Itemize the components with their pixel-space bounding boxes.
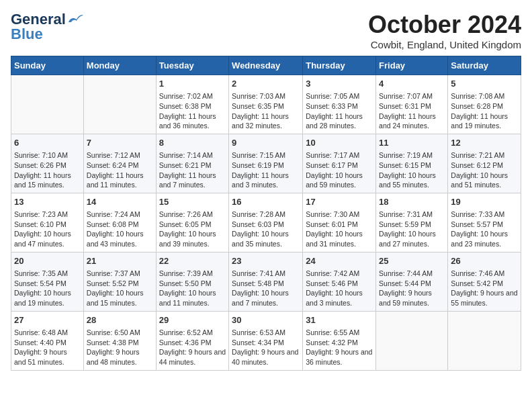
- sunrise-text: Sunrise: 7:35 AM: [14, 269, 68, 277]
- sunset-text: Sunset: 6:05 PM: [159, 220, 212, 228]
- sunset-text: Sunset: 6:17 PM: [306, 161, 358, 169]
- calendar-cell: 29Sunrise: 6:52 AMSunset: 4:36 PMDayligh…: [156, 311, 228, 370]
- sunrise-text: Sunrise: 7:08 AM: [451, 92, 504, 100]
- daylight-text: Daylight: 10 hours and 51 minutes.: [451, 171, 508, 189]
- calendar-cell: 23Sunrise: 7:41 AMSunset: 5:48 PMDayligh…: [229, 252, 303, 311]
- sunset-text: Sunset: 5:42 PM: [451, 279, 503, 287]
- calendar-cell: 8Sunrise: 7:14 AMSunset: 6:21 PMDaylight…: [156, 134, 228, 193]
- day-number: 5: [451, 78, 518, 90]
- calendar-cell: [448, 311, 521, 370]
- calendar-cell: 27Sunrise: 6:48 AMSunset: 4:40 PMDayligh…: [11, 311, 84, 370]
- daylight-text: Daylight: 11 hours and 15 minutes.: [14, 171, 71, 189]
- daylight-text: Daylight: 9 hours and 36 minutes.: [306, 348, 372, 366]
- calendar-cell: 12Sunrise: 7:21 AMSunset: 6:12 PMDayligh…: [448, 134, 521, 193]
- day-number: 21: [87, 255, 153, 267]
- calendar-cell: [11, 75, 84, 134]
- calendar-cell: 6Sunrise: 7:10 AMSunset: 6:26 PMDaylight…: [11, 134, 84, 193]
- calendar-cell: [83, 75, 156, 134]
- sunrise-text: Sunrise: 7:15 AM: [232, 151, 285, 159]
- daylight-text: Daylight: 10 hours and 3 minutes.: [306, 289, 363, 307]
- sunset-text: Sunset: 4:32 PM: [306, 338, 358, 347]
- title-area: October 2024 Cowbit, England, United Kin…: [368, 11, 521, 50]
- daylight-text: Daylight: 10 hours and 11 minutes.: [159, 289, 216, 307]
- day-number: 9: [232, 137, 300, 149]
- calendar-header-row: SundayMondayTuesdayWednesdayThursdayFrid…: [11, 56, 521, 75]
- daylight-text: Daylight: 9 hours and 59 minutes.: [379, 289, 432, 307]
- day-number: 18: [379, 196, 445, 208]
- calendar-cell: 5Sunrise: 7:08 AMSunset: 6:28 PMDaylight…: [448, 75, 521, 134]
- daylight-text: Daylight: 11 hours and 11 minutes.: [87, 171, 144, 189]
- daylight-text: Daylight: 11 hours and 36 minutes.: [159, 112, 216, 130]
- day-number: 1: [159, 78, 226, 90]
- calendar-cell: 21Sunrise: 7:37 AMSunset: 5:52 PMDayligh…: [83, 252, 156, 311]
- sunrise-text: Sunrise: 7:05 AM: [306, 92, 359, 100]
- sunset-text: Sunset: 6:28 PM: [451, 102, 503, 110]
- daylight-text: Daylight: 10 hours and 39 minutes.: [159, 230, 216, 248]
- sunset-text: Sunset: 6:10 PM: [14, 220, 66, 228]
- sunrise-text: Sunrise: 7:39 AM: [159, 269, 213, 277]
- sunrise-text: Sunrise: 6:50 AM: [87, 328, 140, 336]
- day-number: 28: [87, 314, 153, 326]
- location-subtitle: Cowbit, England, United Kingdom: [368, 39, 521, 50]
- day-number: 3: [306, 78, 373, 90]
- sunset-text: Sunset: 6:35 PM: [232, 102, 284, 110]
- calendar-cell: 9Sunrise: 7:15 AMSunset: 6:19 PMDaylight…: [229, 134, 303, 193]
- sunrise-text: Sunrise: 7:28 AM: [232, 210, 285, 218]
- sunset-text: Sunset: 4:38 PM: [87, 338, 139, 347]
- calendar-week-row: 27Sunrise: 6:48 AMSunset: 4:40 PMDayligh…: [11, 311, 521, 370]
- calendar-cell: 2Sunrise: 7:03 AMSunset: 6:35 PMDaylight…: [229, 75, 303, 134]
- daylight-text: Daylight: 10 hours and 7 minutes.: [232, 289, 289, 307]
- day-number: 4: [379, 78, 445, 90]
- day-number: 6: [14, 137, 81, 149]
- daylight-text: Daylight: 9 hours and 40 minutes.: [232, 348, 298, 366]
- day-number: 14: [87, 196, 153, 208]
- daylight-text: Daylight: 11 hours and 19 minutes.: [451, 112, 508, 130]
- sunset-text: Sunset: 4:34 PM: [232, 338, 284, 347]
- day-number: 10: [306, 137, 373, 149]
- calendar-cell: 16Sunrise: 7:28 AMSunset: 6:03 PMDayligh…: [229, 193, 303, 252]
- sunset-text: Sunset: 5:46 PM: [306, 279, 358, 287]
- calendar-cell: 25Sunrise: 7:44 AMSunset: 5:44 PMDayligh…: [376, 252, 448, 311]
- day-number: 22: [159, 255, 226, 267]
- day-number: 31: [306, 314, 373, 326]
- sunrise-text: Sunrise: 7:03 AM: [232, 92, 285, 100]
- sunrise-text: Sunrise: 7:23 AM: [14, 210, 68, 218]
- sunrise-text: Sunrise: 7:26 AM: [159, 210, 213, 218]
- daylight-text: Daylight: 9 hours and 48 minutes.: [87, 348, 140, 366]
- daylight-text: Daylight: 10 hours and 47 minutes.: [14, 230, 71, 248]
- col-header-monday: Monday: [83, 56, 156, 75]
- sunset-text: Sunset: 6:15 PM: [379, 161, 431, 169]
- sunrise-text: Sunrise: 7:44 AM: [379, 269, 433, 277]
- daylight-text: Daylight: 9 hours and 55 minutes.: [451, 289, 517, 307]
- day-number: 25: [379, 255, 445, 267]
- sunrise-text: Sunrise: 7:10 AM: [14, 151, 68, 159]
- day-number: 2: [232, 78, 300, 90]
- calendar-cell: 7Sunrise: 7:12 AMSunset: 6:24 PMDaylight…: [83, 134, 156, 193]
- day-number: 12: [451, 137, 518, 149]
- calendar-cell: 1Sunrise: 7:02 AMSunset: 6:38 PMDaylight…: [156, 75, 228, 134]
- sunset-text: Sunset: 5:48 PM: [232, 279, 284, 287]
- daylight-text: Daylight: 11 hours and 28 minutes.: [306, 112, 363, 130]
- daylight-text: Daylight: 9 hours and 44 minutes.: [159, 348, 226, 366]
- sunrise-text: Sunrise: 7:31 AM: [379, 210, 433, 218]
- calendar-cell: 18Sunrise: 7:31 AMSunset: 5:59 PMDayligh…: [376, 193, 448, 252]
- logo-bird-icon: [67, 13, 83, 26]
- calendar-cell: 4Sunrise: 7:07 AMSunset: 6:31 PMDaylight…: [376, 75, 448, 134]
- sunset-text: Sunset: 6:08 PM: [87, 220, 139, 228]
- day-number: 8: [159, 137, 226, 149]
- sunset-text: Sunset: 6:31 PM: [379, 102, 431, 110]
- daylight-text: Daylight: 11 hours and 7 minutes.: [159, 171, 216, 189]
- calendar-cell: 22Sunrise: 7:39 AMSunset: 5:50 PMDayligh…: [156, 252, 228, 311]
- sunset-text: Sunset: 6:24 PM: [87, 161, 139, 169]
- day-number: 11: [379, 137, 445, 149]
- sunset-text: Sunset: 5:44 PM: [379, 279, 431, 287]
- sunset-text: Sunset: 6:12 PM: [451, 161, 503, 169]
- sunrise-text: Sunrise: 6:55 AM: [306, 328, 359, 336]
- calendar-cell: 24Sunrise: 7:42 AMSunset: 5:46 PMDayligh…: [303, 252, 376, 311]
- calendar-cell: 14Sunrise: 7:24 AMSunset: 6:08 PMDayligh…: [83, 193, 156, 252]
- sunrise-text: Sunrise: 7:30 AM: [306, 210, 359, 218]
- day-number: 16: [232, 196, 300, 208]
- col-header-sunday: Sunday: [11, 56, 84, 75]
- sunrise-text: Sunrise: 6:48 AM: [14, 328, 68, 336]
- sunset-text: Sunset: 5:50 PM: [159, 279, 212, 287]
